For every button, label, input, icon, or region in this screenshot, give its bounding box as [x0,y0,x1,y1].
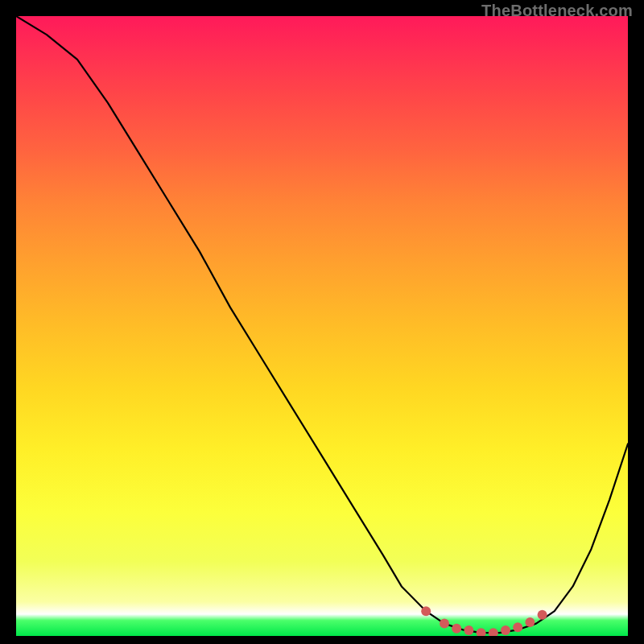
plot-area [16,16,628,636]
gradient-background [16,16,628,636]
chart-container: TheBottleneck.com [0,0,644,644]
